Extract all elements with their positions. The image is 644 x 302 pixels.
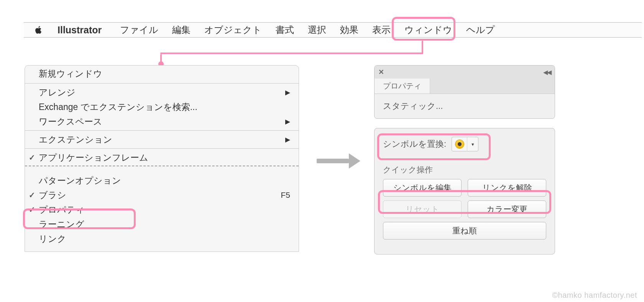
- menuitem-extension[interactable]: エクステンション ▶: [25, 132, 299, 147]
- chevron-down-icon[interactable]: ▾: [467, 141, 478, 147]
- tab-properties[interactable]: プロパティ: [375, 79, 430, 94]
- collapse-icon[interactable]: ◀◀: [543, 69, 551, 76]
- menu-select[interactable]: 選択: [301, 22, 333, 38]
- properties-panel-header: ✕ ◀◀ プロパティ スタティック...: [374, 65, 555, 119]
- menuitem-application-frame[interactable]: ✓ アプリケーションフレーム: [25, 150, 299, 165]
- quick-actions-row-1: シンボルを編集 リンクを解除: [383, 179, 546, 197]
- menuitem-label: パターンオプション: [39, 175, 121, 187]
- window-menu-dropdown: 新規ウィンドウ アレンジ ▶ Exchange でエクステンションを検索... …: [25, 65, 299, 252]
- menuitem-label: Exchange でエクステンションを検索...: [39, 101, 197, 113]
- panel-object-type: スタティック...: [375, 94, 555, 118]
- tab-label: プロパティ: [383, 81, 421, 91]
- quick-actions-label: クイック操作: [383, 165, 433, 174]
- quick-actions-row-3: 重ね順: [383, 222, 546, 240]
- properties-panel-body: シンボルを置換: ▾ クイック操作 シンボルを編集 リンクを解除 リセット: [374, 128, 555, 254]
- menu-view[interactable]: 表示: [365, 22, 398, 38]
- submenu-arrow-icon: ▶: [285, 89, 290, 97]
- watermark: ©hamko hamfactory.net: [552, 291, 637, 300]
- replace-symbol-label: シンボルを置換:: [383, 138, 446, 150]
- button-label: カラー変更: [486, 204, 527, 215]
- menu-separator: [25, 148, 299, 149]
- menu-help[interactable]: ヘルプ: [459, 22, 502, 38]
- menu-object[interactable]: オブジェクト: [197, 22, 269, 38]
- menuitem-learning[interactable]: ラーニング: [25, 217, 299, 231]
- quick-actions-row-2: リセット カラー変更: [383, 200, 546, 218]
- annotation-connector: [422, 41, 423, 54]
- symbol-thumbnail-icon: [452, 138, 467, 151]
- menuitem-label: ブラシ: [39, 189, 66, 201]
- menuitem-label: アプリケーションフレーム: [39, 152, 148, 164]
- menuitem-link[interactable]: リンク: [25, 231, 299, 246]
- object-type-label: スタティック...: [383, 100, 443, 112]
- menuitem-label: ワークスペース: [39, 116, 102, 128]
- menuitem-new-window[interactable]: 新規ウィンドウ: [25, 66, 299, 82]
- apple-logo-icon[interactable]: [34, 25, 44, 35]
- submenu-arrow-icon: ▶: [285, 118, 290, 126]
- mac-menubar: Illustrator ファイル 編集 オブジェクト 書式 選択 効果 表示 ウ…: [24, 22, 642, 38]
- menu-separator: [25, 83, 299, 84]
- menuitem-arrange[interactable]: アレンジ ▶: [25, 85, 299, 100]
- break-link-button[interactable]: リンクを解除: [468, 179, 546, 197]
- menuitem-brush[interactable]: ✓ ブラシ F5: [25, 188, 299, 202]
- menuitem-shortcut: F5: [281, 190, 290, 200]
- menuitem-property[interactable]: ✓ プロパティ: [25, 202, 299, 217]
- reset-button: リセット: [383, 200, 462, 218]
- panel-tabs: プロパティ: [375, 79, 555, 94]
- menu-type[interactable]: 書式: [269, 22, 301, 38]
- menu-edit[interactable]: 編集: [165, 22, 197, 38]
- menuitem-exchange[interactable]: Exchange でエクステンションを検索...: [25, 100, 299, 114]
- submenu-arrow-icon: ▶: [285, 136, 290, 144]
- menuitem-label: 新規ウィンドウ: [39, 68, 102, 80]
- panel-titlebar[interactable]: ✕ ◀◀: [375, 66, 555, 79]
- menuitem-label: エクステンション: [39, 134, 112, 146]
- button-label: リセット: [406, 204, 439, 215]
- menuitem-pattern-options[interactable]: パターンオプション: [25, 173, 299, 188]
- app-name: Illustrator: [58, 25, 102, 36]
- menuitem-label: ラーニング: [39, 218, 84, 230]
- button-label: リンクを解除: [482, 182, 532, 193]
- replace-symbol-row: シンボルを置換: ▾: [383, 137, 546, 151]
- edit-symbol-button[interactable]: シンボルを編集: [383, 179, 462, 197]
- spacer: [25, 246, 299, 251]
- menuitem-label: プロパティ: [39, 204, 85, 216]
- symbol-picker[interactable]: ▾: [452, 137, 478, 151]
- arrange-button[interactable]: 重ね順: [383, 222, 546, 240]
- quick-actions-header: クイック操作: [383, 164, 546, 175]
- check-icon: ✓: [29, 205, 35, 214]
- annotation-connector: [160, 54, 162, 63]
- check-icon: ✓: [29, 153, 35, 162]
- check-icon: ✓: [29, 190, 35, 200]
- annotation-connector: [160, 53, 423, 54]
- menu-separator: [25, 130, 299, 131]
- spacer: [25, 166, 299, 173]
- menu-effect[interactable]: 効果: [333, 22, 365, 38]
- button-label: 重ね順: [452, 225, 477, 236]
- close-icon[interactable]: ✕: [378, 68, 384, 76]
- menuitem-workspace[interactable]: ワークスペース ▶: [25, 114, 299, 129]
- menu-file[interactable]: ファイル: [113, 22, 165, 38]
- watermark-text: ©hamko hamfactory.net: [552, 291, 637, 299]
- button-label: シンボルを編集: [393, 182, 452, 193]
- menuitem-label: アレンジ: [39, 87, 76, 98]
- annotation-arrow-icon: [317, 154, 363, 168]
- menuitem-label: リンク: [39, 233, 66, 245]
- menu-window[interactable]: ウィンドウ: [398, 22, 459, 38]
- recolor-button[interactable]: カラー変更: [468, 200, 546, 218]
